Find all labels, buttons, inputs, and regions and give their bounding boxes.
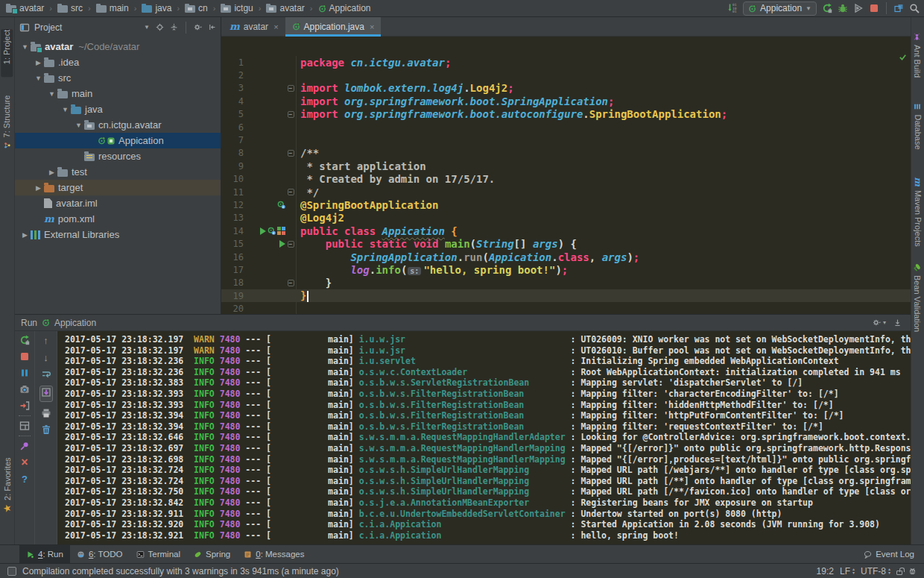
stripe-button-ant-build[interactable]: Ant Build xyxy=(911,51,924,60)
settings-gear-button[interactable] xyxy=(194,23,202,31)
line-ending-selector[interactable]: LF▴▾ xyxy=(840,566,855,577)
breadcrumb-src[interactable]: src xyxy=(56,2,84,14)
print-button[interactable] xyxy=(41,408,51,418)
breadcrumb-java[interactable]: java xyxy=(140,2,173,14)
implementation-gutter-icon[interactable] xyxy=(277,227,285,235)
tree-item-label: src xyxy=(58,72,71,84)
tree-open-arrow-icon[interactable]: ▼ xyxy=(73,122,84,129)
close-button[interactable]: × xyxy=(21,457,28,468)
tree-item-avatar[interactable]: ▼avatar~/Code/avatar xyxy=(15,39,221,54)
breadcrumb-main[interactable]: main xyxy=(95,2,130,14)
stripe-button-maven-projects[interactable]: mMaven Projects xyxy=(911,207,924,216)
hide-run-panel-button[interactable] xyxy=(893,318,902,327)
tree-item--idea[interactable]: ▶.idea xyxy=(15,54,221,70)
tree-item-target[interactable]: ▶target xyxy=(15,180,221,195)
run-button[interactable] xyxy=(822,3,832,13)
tab-avatar[interactable]: mavatar× xyxy=(223,17,285,36)
fold-marker-icon[interactable]: − xyxy=(288,85,294,92)
breadcrumb-avatar[interactable]: avatar xyxy=(4,2,45,14)
pin-tab-button[interactable] xyxy=(19,441,30,451)
stop-button[interactable] xyxy=(869,3,879,13)
tree-item-appication[interactable]: Appication xyxy=(15,133,221,148)
tree-item-avatar-iml[interactable]: avatar.iml xyxy=(15,195,221,211)
tree-open-arrow-icon[interactable]: ▼ xyxy=(33,75,44,82)
toolwindow-button-6-todo[interactable]: 6: TODO xyxy=(70,545,130,563)
caret-position[interactable]: 19:2 xyxy=(817,566,834,577)
exit-button[interactable] xyxy=(19,400,30,411)
tree-item-java[interactable]: ▼java xyxy=(15,101,221,117)
tree-item-cn-ictgu-avatar[interactable]: ▼cn.ictgu.avatar xyxy=(15,117,221,133)
run-gutter-icon[interactable] xyxy=(279,240,285,248)
fold-marker-icon[interactable]: − xyxy=(288,241,294,248)
encoding-selector[interactable]: UTF-8▴▾ xyxy=(861,566,890,577)
tree-item-external-libraries[interactable]: ▶External Libraries xyxy=(15,227,221,242)
soft-wrap-button[interactable] xyxy=(41,369,51,380)
stop-button[interactable] xyxy=(19,351,30,362)
run-gutter-icon[interactable] xyxy=(260,227,266,235)
breadcrumb-cn[interactable]: cn xyxy=(183,2,209,14)
restore-layout-button[interactable] xyxy=(19,421,30,431)
toolwindow-button-0-messages[interactable]: 0: Messages xyxy=(237,545,311,563)
tree-closed-arrow-icon[interactable]: ▶ xyxy=(33,59,44,66)
breadcrumb-Appication[interactable]: Appication xyxy=(317,2,373,14)
stripe-button-2-favorites[interactable]: ★2: Favorites xyxy=(0,480,14,491)
run-settings-gear-button[interactable] xyxy=(873,318,881,327)
close-icon[interactable]: × xyxy=(273,22,278,31)
toolwindow-button-event-log[interactable]: Event Log xyxy=(857,545,921,563)
spring-class-icon[interactable]: c xyxy=(268,227,276,235)
collapse-all-button[interactable] xyxy=(170,23,178,31)
search-everywhere-button[interactable] xyxy=(909,3,920,13)
tool-windows-button[interactable] xyxy=(893,3,904,13)
breadcrumb-avatar[interactable]: avatar xyxy=(265,2,306,14)
tree-open-arrow-icon[interactable]: ▼ xyxy=(19,43,31,51)
toolwindow-quick-access-icon[interactable] xyxy=(7,567,16,576)
close-icon[interactable]: × xyxy=(370,22,374,31)
fold-marker-icon[interactable]: − xyxy=(288,189,294,195)
unlock-icon[interactable] xyxy=(896,571,902,575)
tab-appication-java[interactable]: Appication.java× xyxy=(285,17,382,36)
tree-open-arrow-icon[interactable]: ▼ xyxy=(60,106,71,113)
tree-item-resources[interactable]: resources xyxy=(15,148,221,164)
spring-class-icon[interactable]: c xyxy=(277,201,285,209)
hide-panel-button[interactable] xyxy=(208,23,216,31)
scroll-to-end-button[interactable] xyxy=(39,386,53,402)
stripe-button-7-structure[interactable]: 7: Structure xyxy=(0,118,14,127)
pause-output-button[interactable] xyxy=(19,368,30,378)
clear-all-button[interactable] xyxy=(41,424,51,435)
tree-open-arrow-icon[interactable]: ▼ xyxy=(46,90,57,98)
tree-item-pom-xml[interactable]: mpom.xml xyxy=(15,211,221,227)
editor-column: mavatar×Appication.java× 1package cn.ict… xyxy=(221,17,911,314)
console-info: INFO xyxy=(183,476,215,486)
run-coverage-button[interactable] xyxy=(853,3,864,13)
tree-item-src[interactable]: ▼src xyxy=(15,70,221,86)
inspection-ok-icon[interactable] xyxy=(899,53,907,61)
toolwindow-button-4-run[interactable]: 4: Run xyxy=(19,545,70,563)
stripe-button-1-project[interactable]: 1: Project xyxy=(0,47,14,59)
toolwindow-button-spring[interactable]: Spring xyxy=(187,545,237,563)
fold-marker-icon[interactable]: − xyxy=(288,280,294,286)
tree-closed-arrow-icon[interactable]: ▶ xyxy=(46,169,57,176)
rerun-button[interactable] xyxy=(19,335,30,345)
breadcrumb-ictgu[interactable]: ictgu xyxy=(219,2,254,14)
thread-dump-button[interactable] xyxy=(19,384,30,395)
fold-marker-icon[interactable]: − xyxy=(288,111,294,118)
help-button[interactable]: ? xyxy=(22,474,28,485)
locate-file-button[interactable] xyxy=(156,23,164,31)
tree-item-main[interactable]: ▼main xyxy=(15,86,221,101)
stripe-button-bean-validation[interactable]: Bean Validation xyxy=(911,293,924,302)
editor[interactable]: 1package cn.ictgu.avatar;23−import lombo… xyxy=(221,37,911,314)
project-view-dropdown-icon[interactable]: ▼ xyxy=(144,24,150,31)
next-occurrence-button[interactable]: ↓ xyxy=(43,352,48,363)
console-output[interactable]: 2017-05-17 23:18:32.197 WARN 7480 --- [ … xyxy=(57,331,911,544)
tree-item-test[interactable]: ▶test xyxy=(15,164,221,180)
tree-closed-arrow-icon[interactable]: ▶ xyxy=(19,231,31,239)
toolwindow-button-terminal[interactable]: Terminal xyxy=(130,545,187,563)
sync-button[interactable]: 011001 xyxy=(727,3,738,13)
stripe-button-database[interactable]: Database xyxy=(911,122,924,131)
tree-closed-arrow-icon[interactable]: ▶ xyxy=(33,184,44,192)
prev-occurrence-button[interactable]: ↑ xyxy=(43,335,48,346)
fold-marker-icon[interactable]: − xyxy=(288,150,294,157)
debug-button[interactable] xyxy=(838,3,848,13)
run-configuration-select[interactable]: Appication▼ xyxy=(743,1,817,16)
hector-inspector-icon[interactable] xyxy=(908,567,917,575)
